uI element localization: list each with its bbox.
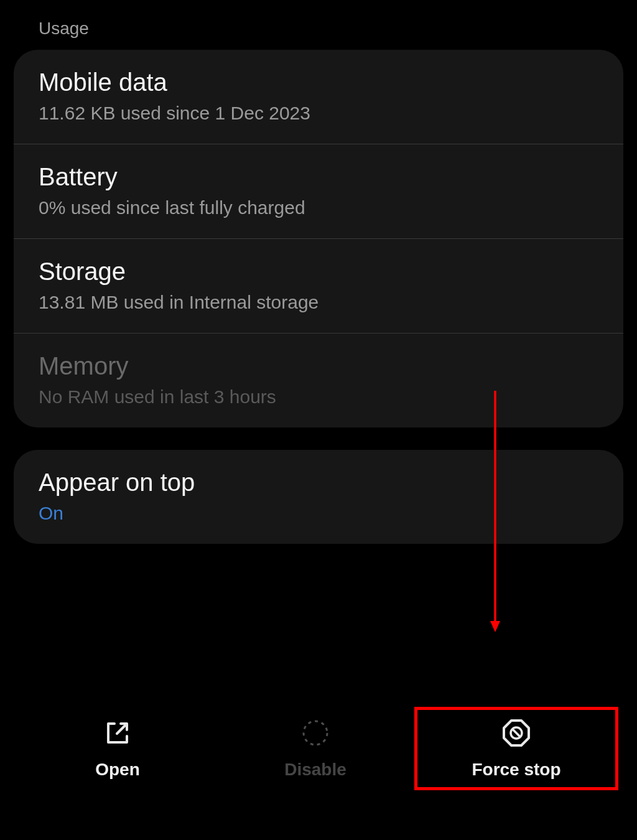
appear-on-top-title: Appear on top	[39, 469, 598, 497]
disable-label: Disable	[284, 760, 346, 780]
svg-marker-1	[490, 621, 500, 632]
force-stop-button[interactable]: Force stop	[414, 707, 618, 790]
mobile-data-item[interactable]: Mobile data 11.62 KB used since 1 Dec 20…	[14, 50, 623, 144]
disable-icon	[300, 717, 331, 749]
appear-on-top-status: On	[39, 503, 598, 524]
open-icon	[102, 717, 133, 749]
open-label: Open	[95, 760, 140, 780]
memory-title: Memory	[39, 352, 598, 380]
mobile-data-subtitle: 11.62 KB used since 1 Dec 2023	[39, 103, 598, 124]
bottom-action-bar: Open Disable Force stop	[0, 694, 637, 803]
open-button[interactable]: Open	[19, 707, 216, 790]
mobile-data-title: Mobile data	[39, 68, 598, 96]
disable-button: Disable	[216, 707, 414, 790]
svg-point-2	[304, 721, 327, 745]
battery-item[interactable]: Battery 0% used since last fully charged	[14, 144, 623, 239]
force-stop-icon	[501, 717, 532, 749]
section-header-usage: Usage	[0, 0, 637, 50]
battery-title: Battery	[39, 163, 598, 191]
storage-subtitle: 13.81 MB used in Internal storage	[39, 292, 598, 313]
memory-subtitle: No RAM used in last 3 hours	[39, 386, 598, 408]
storage-title: Storage	[39, 258, 598, 286]
permissions-card: Appear on top On	[14, 450, 623, 544]
force-stop-label: Force stop	[472, 760, 560, 780]
appear-on-top-item[interactable]: Appear on top On	[14, 450, 623, 544]
svg-line-5	[513, 729, 520, 737]
storage-item[interactable]: Storage 13.81 MB used in Internal storag…	[14, 239, 623, 334]
battery-subtitle: 0% used since last fully charged	[39, 197, 598, 218]
usage-card: Mobile data 11.62 KB used since 1 Dec 20…	[14, 50, 623, 427]
memory-item: Memory No RAM used in last 3 hours	[14, 334, 623, 427]
